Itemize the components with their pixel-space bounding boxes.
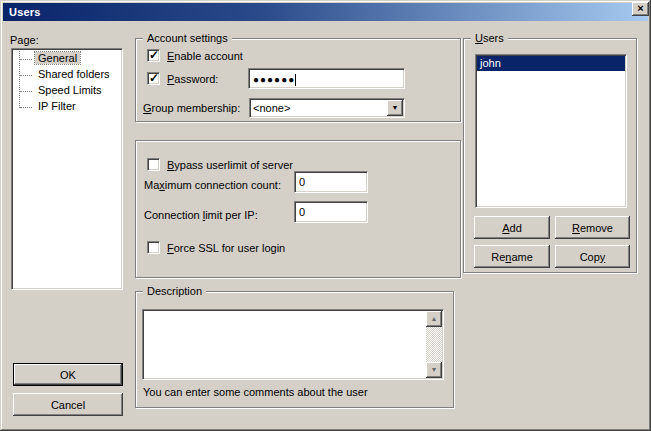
close-button[interactable]: × <box>632 2 649 16</box>
title-bar[interactable]: Users <box>3 3 648 21</box>
max-connection-count-label: Maximum connection count: <box>144 179 281 192</box>
description-group: Description ▲ ▼ You can enter some comme… <box>135 291 454 408</box>
ok-button[interactable]: OK <box>13 363 123 386</box>
enable-account-label: Enable account <box>167 50 243 63</box>
page-tree[interactable]: General Shared folders Speed Limits IP F… <box>11 48 123 290</box>
password-checkbox[interactable]: ✓ <box>147 72 160 85</box>
add-button[interactable]: Add <box>474 216 550 239</box>
page-label: Page: <box>10 34 39 47</box>
scroll-down-icon[interactable]: ▼ <box>426 362 442 378</box>
users-group: Users john Add Remove Rename Copy <box>463 38 637 273</box>
users-dialog: Users × Page: General Shared folders Spe… <box>0 0 651 431</box>
account-settings-caption: Account settings <box>143 31 232 45</box>
check-icon: ✓ <box>149 48 159 62</box>
description-caption: Description <box>143 284 206 298</box>
check-icon: ✓ <box>149 71 159 85</box>
force-ssl-checkbox[interactable] <box>147 241 160 254</box>
close-icon: × <box>637 2 643 14</box>
force-ssl-label: Force SSL for user login <box>167 242 285 255</box>
window-title: Users <box>9 6 41 18</box>
rename-button[interactable]: Rename <box>474 245 550 268</box>
cancel-button[interactable]: Cancel <box>13 393 123 416</box>
tree-connector-icon <box>20 75 32 76</box>
remove-button[interactable]: Remove <box>555 216 630 239</box>
password-input[interactable]: ●●●●●● <box>248 68 405 89</box>
tree-connector-icon <box>20 59 32 60</box>
scroll-up-icon[interactable]: ▲ <box>426 311 442 327</box>
description-hint: You can enter some comments about the us… <box>143 386 368 399</box>
group-membership-select[interactable]: <none> ▼ <box>249 98 405 118</box>
tree-connector-icon <box>20 107 32 108</box>
page-item-speed-limits[interactable]: Speed Limits <box>12 83 122 99</box>
password-label: Password: <box>167 73 218 86</box>
chevron-down-icon[interactable]: ▼ <box>387 100 403 116</box>
description-scrollbar[interactable]: ▲ ▼ <box>426 311 442 378</box>
connection-limits-group: Bypass userlimit of server Maximum conne… <box>135 140 461 278</box>
text-caret <box>295 74 296 86</box>
users-listbox[interactable]: john <box>475 54 627 208</box>
page-item-general[interactable]: General <box>12 51 122 67</box>
connection-limit-per-ip-label: Connection limit per IP: <box>144 209 258 222</box>
max-connection-count-input[interactable]: 0 <box>294 171 368 193</box>
users-caption: Users <box>471 31 508 45</box>
page-item-ip-filter[interactable]: IP Filter <box>12 99 122 115</box>
description-textarea[interactable]: ▲ ▼ <box>142 309 444 380</box>
connection-limit-per-ip-input[interactable]: 0 <box>294 201 368 223</box>
copy-button[interactable]: Copy <box>555 245 630 268</box>
enable-account-checkbox[interactable]: ✓ <box>147 49 160 62</box>
bypass-userlimit-label: Bypass userlimit of server <box>167 159 293 172</box>
page-item-shared-folders[interactable]: Shared folders <box>12 67 122 83</box>
tree-connector-icon <box>20 91 32 92</box>
bypass-userlimit-checkbox[interactable] <box>147 158 160 171</box>
user-list-item[interactable]: john <box>477 56 625 71</box>
account-settings-group: Account settings ✓ Enable account ✓ Pass… <box>135 38 461 122</box>
group-membership-label: Group membership: <box>143 102 240 115</box>
